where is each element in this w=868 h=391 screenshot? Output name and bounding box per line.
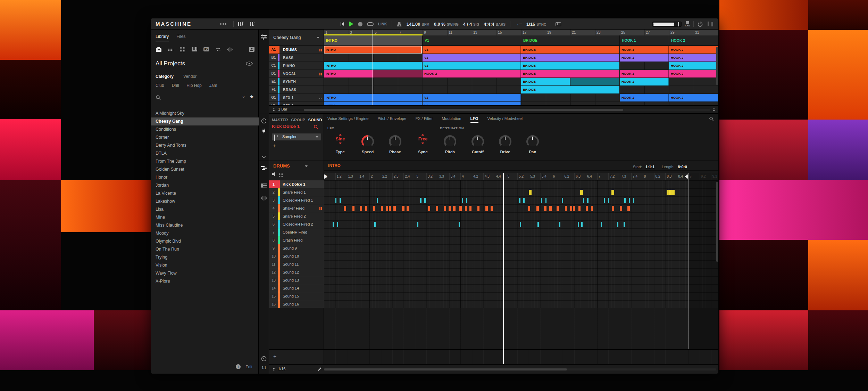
- note-event[interactable]: [374, 222, 376, 227]
- note-event[interactable]: [389, 206, 391, 211]
- page-tab-voice-settings-engine[interactable]: Voice Settings / Engine: [327, 115, 368, 122]
- clip-segment[interactable]: [570, 78, 619, 85]
- audio-view-button[interactable]: [259, 194, 269, 202]
- arranger-corner-icon[interactable]: [712, 108, 716, 111]
- note-event[interactable]: [549, 206, 552, 211]
- arranger-hscroll-thumb[interactable]: [304, 109, 623, 111]
- sound-search-icon[interactable]: [314, 124, 319, 130]
- note-length-button[interactable]: 1,1: [259, 364, 269, 372]
- pencil-icon[interactable]: [317, 367, 322, 372]
- note-event[interactable]: [581, 222, 583, 227]
- note-event[interactable]: [377, 198, 378, 203]
- note-event[interactable]: [453, 206, 456, 211]
- note-event[interactable]: [407, 206, 409, 211]
- tag-hip-hop[interactable]: Hip Hop: [186, 83, 201, 88]
- clip-hook-2[interactable]: HOOK 2: [669, 62, 718, 70]
- sound-row-13[interactable]: 13Sound 13: [269, 276, 324, 284]
- list-item[interactable]: Vision: [151, 261, 259, 269]
- list-item[interactable]: Lisa: [151, 205, 259, 213]
- list-item[interactable]: Wavy Flow: [151, 269, 259, 277]
- list-item[interactable]: From The Jump: [151, 157, 259, 165]
- type-selector[interactable]: Sine: [336, 134, 345, 144]
- tag-drill[interactable]: Drill: [172, 83, 179, 88]
- page-tab-lfo[interactable]: LFO: [470, 115, 478, 123]
- track-header-vocal[interactable]: D1VOCAL: [269, 70, 324, 78]
- note-event[interactable]: [449, 206, 451, 211]
- note-event[interactable]: [612, 206, 614, 211]
- samples-icon[interactable]: [226, 46, 234, 53]
- jump-to-start-button[interactable]: [340, 21, 345, 27]
- level-tab-sound[interactable]: SOUND: [308, 118, 322, 122]
- clip-hook-2[interactable]: HOOK 2: [423, 70, 521, 78]
- link-toggle[interactable]: LINK: [378, 22, 387, 26]
- list-item[interactable]: Cheesy Gang: [151, 117, 259, 125]
- info-icon[interactable]: i: [236, 364, 241, 369]
- clip-intro[interactable]: INTRO: [324, 102, 422, 105]
- page-tab-fx-filter[interactable]: FX / Filter: [415, 115, 433, 122]
- list-item[interactable]: X-Plore: [151, 277, 259, 285]
- projects-icon[interactable]: [155, 46, 162, 53]
- page-tab-pitch-envelope[interactable]: Pitch / Envelope: [377, 115, 406, 122]
- quantize-field[interactable]: 1/16 SYNC: [526, 22, 546, 27]
- note-event[interactable]: [436, 206, 438, 211]
- note-grid[interactable]: [324, 180, 718, 308]
- note-event[interactable]: [620, 206, 622, 211]
- note-event[interactable]: [337, 222, 339, 227]
- clip-hook-1[interactable]: HOOK 1: [620, 94, 669, 101]
- sound-row-3[interactable]: 3ClosedHH Fired 1: [269, 196, 324, 204]
- note-event[interactable]: [519, 198, 520, 203]
- note-event[interactable]: [668, 190, 670, 195]
- position-field[interactable]: 4:4:4 BARS: [484, 22, 506, 27]
- note-event[interactable]: [459, 222, 460, 227]
- loop-button[interactable]: [367, 21, 374, 27]
- arranger-vscroll-thumb[interactable]: [716, 47, 718, 85]
- scene-hook-2[interactable]: HOOK 2: [669, 35, 718, 46]
- sounds-icon[interactable]: [179, 46, 186, 53]
- list-item[interactable]: Conditions: [151, 125, 259, 133]
- list-item[interactable]: Miss Claudine: [151, 221, 259, 229]
- browser-toggle-button[interactable]: [237, 21, 244, 27]
- sound-row-9[interactable]: 9Sound 9: [269, 244, 324, 252]
- engine-selector[interactable]: Sampler: [272, 133, 321, 140]
- list-item[interactable]: On The Run: [151, 245, 259, 253]
- clip-hook-1[interactable]: HOOK 1: [620, 78, 669, 85]
- audio-engine-button[interactable]: [697, 21, 703, 27]
- note-event[interactable]: [381, 206, 383, 211]
- note-event[interactable]: [591, 206, 593, 211]
- clip-hook-2[interactable]: HOOK 2: [669, 70, 718, 78]
- channel-mixer-button[interactable]: [259, 33, 269, 41]
- fx-icon[interactable]: FX: [203, 46, 210, 53]
- clip-hook-2[interactable]: HOOK 2: [669, 46, 718, 54]
- note-event[interactable]: [580, 190, 583, 195]
- note-event[interactable]: [583, 198, 584, 203]
- track-header-brass[interactable]: F1BRASS: [269, 86, 324, 94]
- list-item[interactable]: Olympic Blvd: [151, 237, 259, 245]
- list-item[interactable]: Honor: [151, 173, 259, 181]
- song-selector[interactable]: Cheesy Gang: [269, 30, 324, 46]
- library-tab-files[interactable]: Files: [176, 34, 185, 41]
- velocity-lane[interactable]: [324, 349, 718, 364]
- note-event[interactable]: [373, 206, 376, 211]
- note-event[interactable]: [627, 206, 630, 211]
- note-event[interactable]: [601, 222, 602, 227]
- tag-club[interactable]: Club: [156, 83, 164, 88]
- note-event[interactable]: [520, 222, 521, 227]
- clip-bridge[interactable]: BRIDGE: [521, 78, 570, 85]
- add-control-lane-button[interactable]: +: [273, 353, 276, 360]
- clip-intro[interactable]: INTRO: [324, 94, 422, 101]
- track-header-piano[interactable]: C1PIANO: [269, 62, 324, 70]
- sound-row-12[interactable]: 12Sound 12: [269, 268, 324, 276]
- edit-button[interactable]: Edit: [245, 365, 252, 369]
- sound-row-6[interactable]: 6ClosedHH Fired 2: [269, 220, 324, 228]
- sound-row-2[interactable]: 2Snare Fired 1: [269, 188, 324, 196]
- pattern-start-marker[interactable]: [324, 174, 327, 179]
- pattern-ruler[interactable]: 11.21.31.422.22.32.433.23.33.444.24.34.4…: [324, 173, 718, 180]
- note-event[interactable]: [544, 206, 546, 211]
- page-tab-modulation[interactable]: Modulation: [442, 115, 461, 122]
- plugin-search-icon[interactable]: [709, 116, 714, 122]
- level-tab-master[interactable]: MASTER: [272, 118, 288, 122]
- note-event[interactable]: [459, 206, 462, 211]
- note-event[interactable]: [335, 198, 337, 203]
- note-event[interactable]: [624, 198, 626, 203]
- clip-bridge[interactable]: BRIDGE: [521, 70, 619, 78]
